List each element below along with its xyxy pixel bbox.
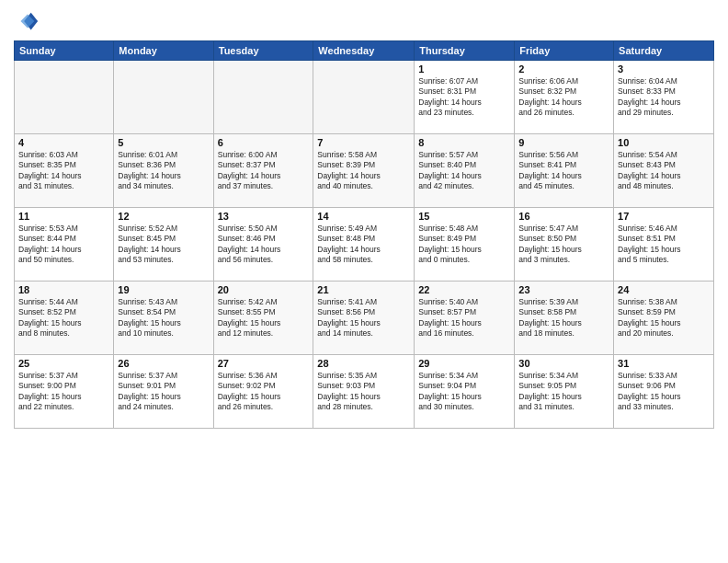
calendar-cell: 15Sunrise: 5:48 AMSunset: 8:49 PMDayligh… <box>415 208 515 282</box>
day-number: 22 <box>418 284 510 295</box>
calendar-cell <box>114 61 213 134</box>
calendar-cell: 22Sunrise: 5:40 AMSunset: 8:57 PMDayligh… <box>415 282 515 355</box>
day-info: Sunrise: 5:41 AMSunset: 8:56 PMDaylight:… <box>317 297 410 339</box>
calendar-cell: 29Sunrise: 5:34 AMSunset: 9:04 PMDayligh… <box>415 355 515 429</box>
day-info: Sunrise: 5:44 AMSunset: 8:52 PMDaylight:… <box>18 297 109 339</box>
weekday-header-friday: Friday <box>515 41 614 61</box>
day-info: Sunrise: 5:38 AMSunset: 8:59 PMDaylight:… <box>618 297 710 339</box>
day-number: 2 <box>518 63 609 75</box>
weekday-header-monday: Monday <box>114 41 213 61</box>
calendar-week-5: 25Sunrise: 5:37 AMSunset: 9:00 PMDayligh… <box>15 355 714 429</box>
day-number: 21 <box>317 284 410 295</box>
calendar-week-4: 18Sunrise: 5:44 AMSunset: 8:52 PMDayligh… <box>15 282 714 355</box>
day-number: 10 <box>618 137 710 148</box>
day-info: Sunrise: 5:48 AMSunset: 8:49 PMDaylight:… <box>418 224 510 266</box>
calendar-cell: 2Sunrise: 6:06 AMSunset: 8:32 PMDaylight… <box>515 61 614 134</box>
weekday-header-tuesday: Tuesday <box>213 41 313 61</box>
weekday-header-saturday: Saturday <box>614 41 714 61</box>
calendar-cell <box>313 61 415 134</box>
day-number: 15 <box>418 211 510 222</box>
calendar-cell: 27Sunrise: 5:36 AMSunset: 9:02 PMDayligh… <box>213 355 313 429</box>
calendar-cell: 3Sunrise: 6:04 AMSunset: 8:33 PMDaylight… <box>614 61 714 134</box>
day-number: 19 <box>118 284 209 295</box>
day-number: 31 <box>618 358 710 369</box>
day-info: Sunrise: 5:50 AMSunset: 8:46 PMDaylight:… <box>218 224 310 266</box>
calendar-cell: 30Sunrise: 5:34 AMSunset: 9:05 PMDayligh… <box>515 355 614 429</box>
calendar-cell: 5Sunrise: 6:01 AMSunset: 8:36 PMDaylight… <box>114 134 213 208</box>
day-info: Sunrise: 5:37 AMSunset: 9:00 PMDaylight:… <box>18 371 109 413</box>
day-info: Sunrise: 5:58 AMSunset: 8:39 PMDaylight:… <box>317 150 410 192</box>
calendar-cell: 12Sunrise: 5:52 AMSunset: 8:45 PMDayligh… <box>114 208 213 282</box>
day-info: Sunrise: 6:06 AMSunset: 8:32 PMDaylight:… <box>518 76 609 119</box>
day-number: 20 <box>218 284 310 295</box>
calendar-cell: 16Sunrise: 5:47 AMSunset: 8:50 PMDayligh… <box>515 208 614 282</box>
day-number: 9 <box>518 137 609 148</box>
day-number: 30 <box>518 358 609 369</box>
day-number: 4 <box>18 137 109 148</box>
day-info: Sunrise: 6:00 AMSunset: 8:37 PMDaylight:… <box>218 150 310 192</box>
logo <box>14 9 43 35</box>
day-info: Sunrise: 5:46 AMSunset: 8:51 PMDaylight:… <box>618 224 710 266</box>
day-number: 14 <box>317 211 410 222</box>
day-info: Sunrise: 5:40 AMSunset: 8:57 PMDaylight:… <box>418 297 510 339</box>
day-number: 16 <box>518 211 609 222</box>
weekday-header-wednesday: Wednesday <box>313 41 415 61</box>
calendar-week-3: 11Sunrise: 5:53 AMSunset: 8:44 PMDayligh… <box>15 208 714 282</box>
day-info: Sunrise: 6:07 AMSunset: 8:31 PMDaylight:… <box>418 76 510 119</box>
day-info: Sunrise: 5:47 AMSunset: 8:50 PMDaylight:… <box>518 224 609 266</box>
header <box>14 9 714 35</box>
day-info: Sunrise: 5:34 AMSunset: 9:04 PMDaylight:… <box>418 371 510 413</box>
weekday-header-thursday: Thursday <box>415 41 515 61</box>
day-number: 18 <box>18 284 109 295</box>
day-number: 1 <box>418 63 510 75</box>
day-info: Sunrise: 5:49 AMSunset: 8:48 PMDaylight:… <box>317 224 410 266</box>
day-number: 11 <box>18 211 109 222</box>
day-info: Sunrise: 6:01 AMSunset: 8:36 PMDaylight:… <box>118 150 209 192</box>
day-info: Sunrise: 6:04 AMSunset: 8:33 PMDaylight:… <box>618 76 710 119</box>
day-number: 7 <box>317 137 410 148</box>
day-number: 29 <box>418 358 510 369</box>
day-info: Sunrise: 5:56 AMSunset: 8:41 PMDaylight:… <box>518 150 609 192</box>
day-info: Sunrise: 5:53 AMSunset: 8:44 PMDaylight:… <box>18 224 109 266</box>
logo-icon <box>14 9 40 35</box>
calendar-cell: 25Sunrise: 5:37 AMSunset: 9:00 PMDayligh… <box>15 355 114 429</box>
day-info: Sunrise: 5:37 AMSunset: 9:01 PMDaylight:… <box>118 371 209 413</box>
weekday-header-row: SundayMondayTuesdayWednesdayThursdayFrid… <box>15 41 714 61</box>
calendar-cell: 6Sunrise: 6:00 AMSunset: 8:37 PMDaylight… <box>213 134 313 208</box>
day-info: Sunrise: 5:42 AMSunset: 8:55 PMDaylight:… <box>218 297 310 339</box>
day-number: 6 <box>218 137 310 148</box>
weekday-header-sunday: Sunday <box>15 41 114 61</box>
calendar-cell: 4Sunrise: 6:03 AMSunset: 8:35 PMDaylight… <box>15 134 114 208</box>
calendar-week-1: 1Sunrise: 6:07 AMSunset: 8:31 PMDaylight… <box>15 61 714 134</box>
calendar-cell: 21Sunrise: 5:41 AMSunset: 8:56 PMDayligh… <box>313 282 415 355</box>
calendar-cell: 10Sunrise: 5:54 AMSunset: 8:43 PMDayligh… <box>614 134 714 208</box>
calendar-cell: 7Sunrise: 5:58 AMSunset: 8:39 PMDaylight… <box>313 134 415 208</box>
calendar-cell: 28Sunrise: 5:35 AMSunset: 9:03 PMDayligh… <box>313 355 415 429</box>
calendar-cell: 19Sunrise: 5:43 AMSunset: 8:54 PMDayligh… <box>114 282 213 355</box>
calendar-cell <box>15 61 114 134</box>
day-number: 26 <box>118 358 209 369</box>
day-info: Sunrise: 5:35 AMSunset: 9:03 PMDaylight:… <box>317 371 410 413</box>
calendar-cell: 18Sunrise: 5:44 AMSunset: 8:52 PMDayligh… <box>15 282 114 355</box>
day-number: 27 <box>218 358 310 369</box>
day-info: Sunrise: 5:36 AMSunset: 9:02 PMDaylight:… <box>218 371 310 413</box>
day-number: 25 <box>18 358 109 369</box>
calendar-cell: 23Sunrise: 5:39 AMSunset: 8:58 PMDayligh… <box>515 282 614 355</box>
day-info: Sunrise: 5:52 AMSunset: 8:45 PMDaylight:… <box>118 224 209 266</box>
calendar-cell: 1Sunrise: 6:07 AMSunset: 8:31 PMDaylight… <box>415 61 515 134</box>
calendar-cell: 8Sunrise: 5:57 AMSunset: 8:40 PMDaylight… <box>415 134 515 208</box>
day-number: 8 <box>418 137 510 148</box>
calendar-cell: 24Sunrise: 5:38 AMSunset: 8:59 PMDayligh… <box>614 282 714 355</box>
calendar-cell: 11Sunrise: 5:53 AMSunset: 8:44 PMDayligh… <box>15 208 114 282</box>
day-number: 28 <box>317 358 410 369</box>
day-info: Sunrise: 5:57 AMSunset: 8:40 PMDaylight:… <box>418 150 510 192</box>
day-info: Sunrise: 5:54 AMSunset: 8:43 PMDaylight:… <box>618 150 710 192</box>
day-number: 24 <box>618 284 710 295</box>
day-number: 12 <box>118 211 209 222</box>
day-number: 13 <box>218 211 310 222</box>
day-info: Sunrise: 5:39 AMSunset: 8:58 PMDaylight:… <box>518 297 609 339</box>
day-info: Sunrise: 5:33 AMSunset: 9:06 PMDaylight:… <box>618 371 710 413</box>
day-info: Sunrise: 6:03 AMSunset: 8:35 PMDaylight:… <box>18 150 109 192</box>
day-number: 5 <box>118 137 209 148</box>
calendar-week-2: 4Sunrise: 6:03 AMSunset: 8:35 PMDaylight… <box>15 134 714 208</box>
